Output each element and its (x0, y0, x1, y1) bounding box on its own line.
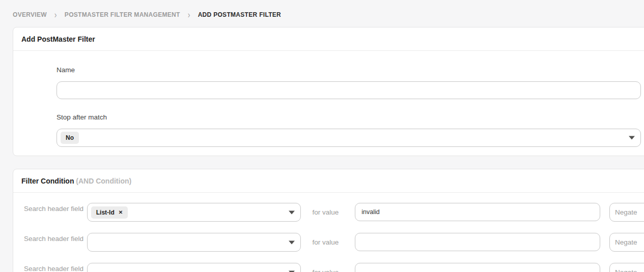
for-value-label: for value (312, 203, 343, 222)
breadcrumb: OVERVIEW › POSTMASTER FILTER MANAGEMENT … (0, 0, 644, 19)
negate-field-2[interactable]: Negate (609, 233, 644, 252)
card-title-add-postmaster-filter: Add PostMaster Filter (13, 27, 644, 51)
chevron-down-icon (289, 240, 295, 244)
negate-field-3[interactable]: Negate (609, 263, 644, 272)
name-label: Name (57, 66, 644, 74)
card-title-filter-condition: Filter Condition (AND Condition) (13, 169, 644, 193)
search-header-field-select-2[interactable] (87, 233, 301, 252)
breadcrumb-add-postmaster-filter: ADD POSTMASTER FILTER (198, 11, 281, 18)
stop-after-match-select[interactable]: No (57, 129, 641, 147)
search-header-field-label: Search header field (24, 233, 87, 243)
and-condition-subtitle: (AND Condition) (76, 177, 131, 185)
chevron-down-icon (289, 210, 295, 214)
header-chip-list-id: List-Id ✕ (91, 206, 128, 219)
add-postmaster-filter-card: Add PostMaster Filter Name Stop after ma… (13, 27, 644, 156)
header-chip-label: List-Id (96, 209, 115, 216)
filter-condition-row: Search header field for value Negate (24, 263, 644, 272)
filter-condition-row: Search header field List-Id ✕ for value … (24, 203, 644, 222)
for-value-input-3[interactable] (355, 263, 600, 272)
remove-chip-icon[interactable]: ✕ (119, 210, 123, 215)
filter-condition-card: Filter Condition (AND Condition) Search … (13, 169, 644, 272)
search-header-field-select-1[interactable]: List-Id ✕ (87, 203, 301, 222)
chevron-down-icon (629, 136, 635, 140)
chevron-right-icon: › (188, 10, 190, 20)
for-value-input-1[interactable] (355, 203, 600, 221)
stop-after-match-label: Stop after match (57, 113, 644, 121)
negate-label: Negate (615, 238, 637, 246)
negate-label: Negate (615, 268, 637, 272)
for-value-label: for value (312, 233, 343, 252)
name-input[interactable] (57, 81, 641, 99)
filter-condition-title: Filter Condition (21, 177, 74, 185)
negate-label: Negate (615, 208, 637, 216)
filter-condition-row: Search header field for value Negate (24, 233, 644, 252)
negate-field-1[interactable]: Negate (609, 203, 644, 222)
search-header-field-select-3[interactable] (87, 263, 301, 272)
for-value-label: for value (312, 263, 343, 272)
search-header-field-label: Search header field (24, 263, 87, 272)
search-header-field-label: Search header field (24, 203, 87, 213)
breadcrumb-overview[interactable]: OVERVIEW (13, 11, 47, 18)
breadcrumb-postmaster-filter-management[interactable]: POSTMASTER FILTER MANAGEMENT (65, 11, 180, 18)
selected-option-chip: No (61, 132, 79, 144)
chevron-right-icon: › (54, 10, 57, 20)
for-value-input-2[interactable] (355, 233, 600, 251)
